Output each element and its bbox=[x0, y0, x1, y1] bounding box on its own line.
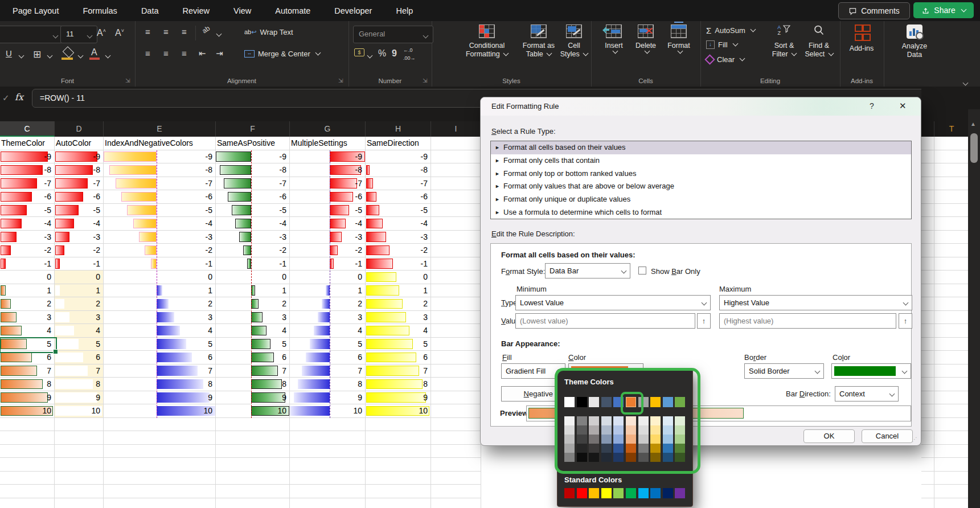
theme-color-variant-swatch[interactable] bbox=[589, 444, 599, 453]
cell-f-4[interactable]: 4 bbox=[216, 324, 290, 338]
cell-f-5[interactable]: 5 bbox=[216, 338, 290, 351]
column-letter-f[interactable]: F bbox=[216, 121, 290, 137]
cell-e-10[interactable]: 10 bbox=[104, 404, 216, 418]
cell-e--7[interactable]: -7 bbox=[104, 177, 216, 191]
empty-cell[interactable] bbox=[104, 431, 216, 445]
cell-f--1[interactable]: -1 bbox=[216, 257, 290, 271]
menu-item-formulas[interactable]: Formulas bbox=[83, 6, 117, 15]
cell-i--1[interactable] bbox=[431, 257, 481, 271]
percent-style-icon[interactable]: % bbox=[378, 48, 386, 59]
chevron-down-icon[interactable] bbox=[19, 53, 24, 59]
cell-e-0[interactable]: 0 bbox=[104, 271, 216, 284]
cell-i-3[interactable] bbox=[431, 311, 481, 325]
align-middle-icon[interactable]: ≡ bbox=[163, 27, 169, 36]
addins-button[interactable]: Add-ins bbox=[843, 24, 880, 53]
ok-button[interactable]: OK bbox=[803, 429, 855, 443]
cell-e-6[interactable]: 6 bbox=[104, 351, 216, 364]
empty-cell[interactable] bbox=[290, 485, 366, 498]
empty-cell[interactable] bbox=[431, 445, 481, 458]
clear-button[interactable]: Clear bbox=[706, 55, 744, 64]
theme-color-variant-swatch[interactable] bbox=[589, 425, 599, 435]
empty-cell[interactable] bbox=[366, 445, 431, 458]
cell-c--2[interactable]: -2 bbox=[0, 244, 55, 257]
cell-d--6[interactable]: -6 bbox=[55, 190, 104, 204]
cell-c--1[interactable]: -1 bbox=[0, 257, 55, 271]
cell-c-9[interactable]: 9 bbox=[0, 391, 55, 405]
cell-d-9[interactable]: 9 bbox=[55, 391, 104, 405]
enter-icon[interactable]: ✓ bbox=[2, 93, 10, 103]
empty-cell[interactable] bbox=[431, 498, 481, 508]
cell-g-0[interactable]: 0 bbox=[290, 271, 366, 284]
cell-d-6[interactable]: 6 bbox=[55, 351, 104, 364]
standard-color-swatch[interactable] bbox=[675, 488, 685, 498]
comma-style-icon[interactable]: 9 bbox=[392, 48, 397, 59]
fill-button[interactable]: ↓ Fill bbox=[706, 40, 737, 49]
theme-color-swatch[interactable] bbox=[638, 397, 649, 407]
sort-filter-button[interactable]: AZ Sort & Filter bbox=[768, 24, 801, 59]
rule-type-option-2[interactable]: ►Format only cells that contain bbox=[491, 154, 911, 167]
empty-cell[interactable] bbox=[55, 472, 104, 485]
cell-g-5[interactable]: 5 bbox=[290, 338, 366, 351]
theme-color-variant-swatch[interactable] bbox=[601, 416, 612, 425]
shrink-font-icon[interactable]: A˅ bbox=[115, 28, 124, 38]
cell-c--8[interactable]: -8 bbox=[0, 163, 55, 177]
theme-color-variant-swatch[interactable] bbox=[663, 453, 673, 462]
theme-color-variant-swatch[interactable] bbox=[564, 453, 575, 462]
standard-color-swatch[interactable] bbox=[626, 488, 636, 498]
cell-h--2[interactable]: -2 bbox=[366, 244, 431, 257]
empty-cell[interactable] bbox=[216, 485, 290, 498]
cell-e--8[interactable]: -8 bbox=[104, 163, 216, 177]
cell-f-0[interactable]: 0 bbox=[216, 271, 290, 284]
align-bottom-icon[interactable]: ≡ bbox=[182, 27, 187, 36]
rule-type-option-1[interactable]: ►Format all cells based on their values bbox=[491, 141, 911, 154]
rule-type-option-3[interactable]: ►Format only top or bottom ranked values bbox=[491, 167, 911, 181]
number-format-combo[interactable]: General bbox=[353, 26, 433, 43]
column-letter-i[interactable]: I bbox=[431, 121, 481, 137]
cell-c--6[interactable]: -6 bbox=[0, 190, 55, 204]
theme-color-variant-swatch[interactable] bbox=[663, 425, 673, 435]
chevron-down-icon[interactable] bbox=[367, 53, 373, 59]
standard-color-swatch[interactable] bbox=[650, 488, 661, 498]
theme-color-variant-swatch[interactable] bbox=[626, 416, 636, 425]
cell-i--4[interactable] bbox=[431, 217, 481, 231]
theme-color-swatch[interactable] bbox=[564, 397, 575, 407]
cell-d--2[interactable]: -2 bbox=[55, 244, 104, 257]
theme-color-variant-swatch[interactable] bbox=[638, 425, 649, 435]
column-letter-c[interactable]: C bbox=[0, 121, 55, 137]
empty-cell[interactable] bbox=[366, 458, 431, 472]
decrease-decimal-icon[interactable]: .00→ bbox=[403, 55, 416, 61]
font-color-icon[interactable]: A bbox=[91, 47, 97, 58]
cell-i-7[interactable] bbox=[431, 364, 481, 378]
cell-i-4[interactable] bbox=[431, 324, 481, 338]
help-icon[interactable]: ? bbox=[870, 101, 874, 110]
cell-e-8[interactable]: 8 bbox=[104, 378, 216, 391]
theme-color-variant-swatch[interactable] bbox=[564, 425, 575, 435]
theme-color-variant-swatch[interactable] bbox=[626, 444, 636, 453]
rule-type-option-4[interactable]: ►Format only values that are above or be… bbox=[491, 180, 911, 193]
font-name-combo[interactable] bbox=[0, 26, 63, 43]
theme-color-variant-swatch[interactable] bbox=[577, 416, 587, 425]
cell-d--5[interactable]: -5 bbox=[55, 204, 104, 218]
theme-color-variant-swatch[interactable] bbox=[675, 416, 685, 425]
empty-cell[interactable] bbox=[104, 485, 216, 498]
analyze-data-button[interactable]: Analyze Data bbox=[894, 24, 935, 59]
theme-color-variant-swatch[interactable] bbox=[589, 435, 599, 444]
empty-cell[interactable] bbox=[290, 431, 366, 445]
max-range-picker-button[interactable]: ↑ bbox=[899, 313, 912, 329]
cell-f-7[interactable]: 7 bbox=[216, 364, 290, 378]
menu-item-page-layout[interactable]: Page Layout bbox=[13, 6, 59, 15]
theme-color-variant-swatch[interactable] bbox=[626, 425, 636, 435]
theme-color-variant-swatch[interactable] bbox=[650, 416, 661, 425]
cell-h-9[interactable]: 9 bbox=[366, 391, 431, 405]
cell-h--1[interactable]: -1 bbox=[366, 257, 431, 271]
cell-f-1[interactable]: 1 bbox=[216, 284, 290, 298]
cell-g--3[interactable]: -3 bbox=[290, 231, 366, 244]
align-right-icon[interactable]: ≡ bbox=[182, 48, 187, 58]
scroll-up-icon[interactable]: ▲ bbox=[970, 121, 976, 127]
dialog-title-bar[interactable]: Edit Formatting Rule bbox=[481, 97, 921, 116]
cell-e--1[interactable]: -1 bbox=[104, 257, 216, 271]
min-value-input[interactable]: (Lowest value) bbox=[515, 313, 695, 329]
cell-e--3[interactable]: -3 bbox=[104, 231, 216, 244]
align-top-icon[interactable]: ≡ bbox=[145, 27, 150, 36]
cell-g--2[interactable]: -2 bbox=[290, 244, 366, 257]
